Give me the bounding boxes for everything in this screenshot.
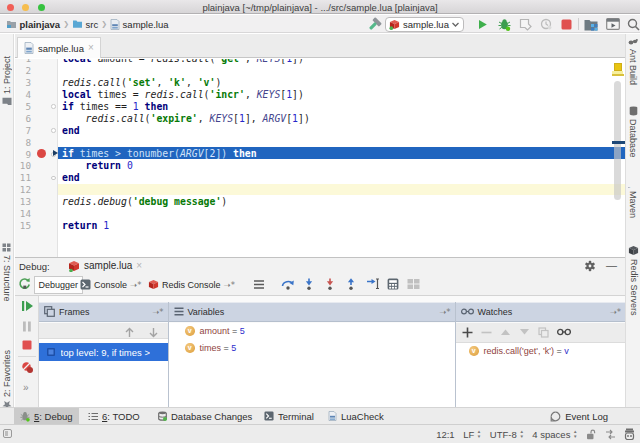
remove-watch-icon[interactable] [481,327,492,338]
view-breakpoints-icon[interactable] [21,361,34,374]
code-line-15[interactable]: return 1 [58,220,625,232]
variables-panel-header[interactable]: Variables ➝* [168,303,455,321]
stop-program-icon[interactable] [22,340,32,350]
close-tab-icon[interactable]: × [88,45,94,51]
pin-icon[interactable]: ➝* [152,307,163,317]
code-line-13[interactable]: redis.debug('debug message') [58,196,625,208]
panel-divider[interactable] [455,302,456,407]
tab-redis-console[interactable]: Redis Console ➝* [148,276,235,295]
variable-row-amount[interactable]: vamount = 5 [185,326,245,336]
code-text[interactable]: local amount = redis.call('get', KEYS[1]… [58,59,625,244]
toolwindow-button-database-changes[interactable]: Database Changes [152,408,258,424]
pin-icon[interactable]: ➝* [610,307,621,317]
force-step-into-icon[interactable] [324,278,336,290]
line-ending-select[interactable]: LF ▲▼ [463,429,481,440]
toolwindow-button-terminal[interactable]: Terminal [258,408,320,424]
breakpoint-icon[interactable] [37,149,46,158]
encoding-select[interactable]: UTF-8 ▲▼ [490,429,524,440]
indent-select[interactable]: 4 spaces ▲▼ [532,429,577,440]
code-line-16[interactable] [58,232,625,244]
run-with-coverage-icon[interactable] [519,17,532,31]
fold-marker-icon[interactable] [51,176,56,181]
frame-list-item-selected[interactable]: top level: 9, if times > [39,343,168,361]
copy-watch-icon[interactable] [538,327,549,338]
stripe-button-maven[interactable]: mMaven [628,180,638,236]
preview-screen-icon[interactable] [606,17,620,31]
frame-up-icon[interactable] [124,327,135,338]
hector-inspector-icon[interactable] [624,428,635,440]
code-line-12[interactable] [58,184,625,196]
pause-program-icon[interactable] [22,321,32,332]
stripe-button-redis-servers[interactable]: Redis Servers [628,245,639,329]
rerun-icon[interactable] [18,277,31,290]
frame-down-icon[interactable] [148,327,159,338]
hide-tool-window-icon[interactable]: — [606,259,617,271]
code-line-11[interactable]: end [58,172,625,184]
code-line-3[interactable]: redis.call('set', 'k', 'v') [58,77,625,89]
run-configuration-select[interactable]: sample.lua [385,17,464,32]
fold-marker-icon[interactable] [51,128,56,133]
code-line-2[interactable] [58,65,625,77]
caret-position[interactable]: 12:1 [436,429,455,440]
profiler-icon[interactable] [540,17,552,31]
code-line-10[interactable]: return 0 [58,160,625,172]
stripe-button-ant-build[interactable]: Ant Build [628,38,638,96]
gear-icon[interactable] [584,260,596,272]
tab-console[interactable]: Console ➝* [80,276,141,295]
code-line-5[interactable]: if times == 1 then [58,101,625,113]
tab-debugger[interactable]: Debugger [34,276,84,295]
event-log-button[interactable]: Event Log [544,408,614,424]
resume-program-icon[interactable] [21,300,34,312]
stripe-button-7-structure[interactable]: 7: Structure [2,243,12,325]
debug-session-tab[interactable]: sample.lua × [63,258,147,273]
watch-row[interactable]: vredis.call('get', 'k') = v [469,346,569,356]
move-watch-down-icon[interactable] [519,328,530,336]
highlighting-level-icon[interactable] [605,429,616,440]
step-into-icon[interactable] [303,278,315,290]
code-line-4[interactable]: local times = redis.call('incr', KEYS[1]… [58,89,625,101]
watches-glasses-icon[interactable] [557,328,571,336]
build-hammer-icon[interactable] [367,17,382,31]
add-watch-icon[interactable] [462,327,473,338]
stripe-button-1-project[interactable]: 1: Project [2,38,12,106]
layout-menu-icon[interactable] [253,279,265,290]
pin-icon[interactable]: ➝* [224,280,235,290]
more-actions-icon[interactable]: » [23,382,28,393]
toolwindow-button-luacheck[interactable]: LuaCheck [322,408,390,424]
debug-button[interactable] [498,17,511,31]
toolwindow-button--debug[interactable]: 5: Debug [14,408,79,424]
step-out-icon[interactable] [345,278,357,290]
code-line-14[interactable] [58,208,625,220]
evaluate-expression-icon[interactable] [387,278,399,290]
inspection-status-icon[interactable] [614,63,622,71]
pin-icon[interactable]: ➝* [439,307,450,317]
project-structure-icon[interactable] [584,17,598,31]
stripe-button-2-favorites[interactable]: 2: Favorites [2,330,12,410]
lock-icon[interactable] [586,429,596,440]
execution-stripe-mark[interactable] [612,141,625,144]
stripe-button-database[interactable]: Database [628,106,638,166]
step-over-icon[interactable] [281,278,295,290]
run-button[interactable] [477,17,488,31]
move-watch-up-icon[interactable] [500,328,511,336]
fold-marker-icon[interactable] [51,104,56,109]
stop-button[interactable] [561,17,572,31]
code-line-6[interactable]: redis.call('expire', KEYS[1], ARGV[1]) [58,113,625,125]
toolwindow-button--todo[interactable]: 6: TODO [82,408,146,424]
search-everywhere-icon[interactable] [627,17,640,31]
code-line-7[interactable]: end [58,125,625,137]
run-to-cursor-icon[interactable] [366,278,380,290]
close-tab-icon[interactable]: × [136,263,142,269]
watches-panel-header[interactable]: Watches ➝* [455,303,626,321]
toolwindow-toggle-icon[interactable] [3,429,12,438]
code-line-8[interactable] [58,137,625,149]
pin-icon[interactable]: ➝* [130,280,141,290]
restore-layout-icon[interactable] [407,278,420,290]
panel-divider[interactable] [168,302,169,407]
code-editor[interactable]: 123456789101112131415 local amount = red… [15,59,625,257]
frames-panel-header[interactable]: Frames ➝* [39,303,168,321]
variable-row-times[interactable]: vtimes = 5 [185,343,236,353]
code-line-9[interactable]: if times > tonumber(ARGV[2]) then [58,148,625,160]
warning-stripe-mark[interactable] [612,74,624,76]
editor-tab-sample-lua[interactable]: sample.lua × [17,37,101,58]
